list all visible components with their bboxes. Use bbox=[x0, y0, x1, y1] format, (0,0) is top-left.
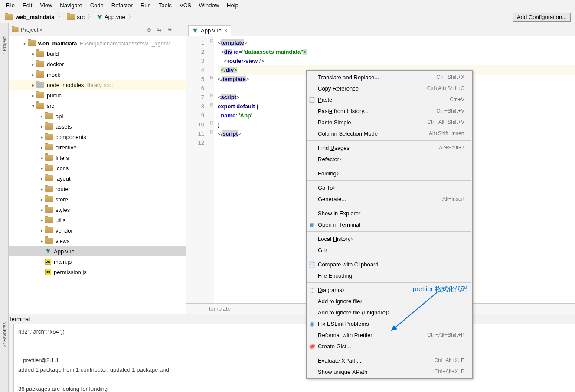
ctx-show-unique-xpath[interactable]: Show unique XPathCtrl+Alt+X, P bbox=[307, 366, 472, 377]
folder-icon bbox=[45, 217, 53, 223]
tree-item-icons[interactable]: ▸icons bbox=[9, 163, 186, 173]
editor-tab-appvue[interactable]: App.vue × bbox=[188, 25, 231, 36]
folder-icon bbox=[45, 186, 53, 192]
favorites-tool-tab[interactable]: 2: Favorites bbox=[2, 322, 7, 347]
crumb-label: web_maindata bbox=[16, 14, 55, 20]
disclosure-icon[interactable]: ▸ bbox=[38, 166, 45, 171]
terminal-header[interactable]: Terminal bbox=[0, 314, 575, 324]
disclosure-icon[interactable]: ▾ bbox=[29, 104, 36, 108]
tree-item-views[interactable]: ▸views bbox=[9, 236, 186, 246]
menu-help[interactable]: Help bbox=[223, 1, 242, 10]
tree-item-web-maindata[interactable]: ▾web_maindataF:\shujuzichan\dataassetsV1… bbox=[9, 38, 186, 49]
ctx-show-in-explorer[interactable]: Show in Explorer bbox=[307, 207, 472, 219]
terminal-output[interactable]: n32","arch":"x64"})+ prettier@2.1.1added… bbox=[14, 324, 575, 392]
disclosure-icon[interactable]: ▸ bbox=[38, 124, 45, 129]
ctx-go-to[interactable]: Go To bbox=[307, 182, 472, 193]
menu-item-label: Diagrams bbox=[318, 287, 342, 293]
disclosure-icon[interactable]: ▸ bbox=[29, 83, 36, 87]
tree-item-docker[interactable]: ▸docker bbox=[9, 59, 186, 69]
menu-item-label: Add to ignore file (unignore) bbox=[318, 309, 387, 316]
ctx-paste-from-history---[interactable]: Paste from History...Ctrl+Shift+V bbox=[307, 105, 472, 117]
disclosure-icon[interactable]: ▸ bbox=[38, 207, 45, 212]
disclosure-icon[interactable]: ▸ bbox=[29, 52, 36, 56]
ctx-paste[interactable]: 📋PasteCtrl+V bbox=[307, 94, 472, 105]
tree-item-app-vue[interactable]: App.vue bbox=[9, 246, 186, 256]
tree-item-build[interactable]: ▸build bbox=[9, 49, 186, 59]
tree-item-layout[interactable]: ▸layout bbox=[9, 173, 186, 184]
ctx-translate-and-replace---[interactable]: Translate and Replace...Ctrl+Shift+X bbox=[307, 71, 472, 83]
fold-gutter[interactable]: ⊟⊟⊟⊟⊟⊟ bbox=[209, 36, 214, 303]
menu-separator bbox=[307, 231, 471, 232]
tree-item-components[interactable]: ▸components bbox=[9, 132, 186, 142]
hide-icon[interactable]: — bbox=[176, 26, 183, 33]
tree-item-main-js[interactable]: JSmain.js bbox=[9, 256, 186, 267]
project-tool-tab[interactable]: 1: Project bbox=[2, 36, 7, 56]
menu-refactor[interactable]: Refactor bbox=[108, 1, 137, 10]
disclosure-icon[interactable]: ▸ bbox=[38, 176, 45, 181]
tree-item-vendor[interactable]: ▸vendor bbox=[9, 225, 186, 236]
ctx-find-usages[interactable]: Find UsagesAlt+Shift+7 bbox=[307, 142, 472, 153]
disclosure-icon[interactable]: ▸ bbox=[29, 62, 36, 67]
tree-item-filters[interactable]: ▸filters bbox=[9, 152, 186, 163]
crumb-src[interactable]: src bbox=[65, 14, 86, 20]
ctx-open-in-terminal[interactable]: ▣Open in Terminal bbox=[307, 219, 472, 230]
menu-edit[interactable]: Edit bbox=[19, 1, 36, 10]
disclosure-icon[interactable]: ▸ bbox=[29, 93, 36, 98]
tree-item-styles[interactable]: ▸styles bbox=[9, 204, 186, 215]
ctx-generate---[interactable]: Generate...Alt+Insert bbox=[307, 193, 472, 204]
crumb-project[interactable]: web_maindata bbox=[3, 14, 56, 20]
disclosure-icon[interactable]: ▾ bbox=[21, 41, 28, 46]
ctx-paste-simple[interactable]: Paste SimpleCtrl+Alt+Shift+V bbox=[307, 117, 472, 128]
tree-item-store[interactable]: ▸store bbox=[9, 194, 186, 204]
menu-code[interactable]: Code bbox=[86, 1, 108, 10]
disclosure-icon[interactable]: ▸ bbox=[38, 156, 45, 160]
disclosure-icon[interactable]: ▸ bbox=[29, 72, 36, 77]
ctx-compare-with-clipboard[interactable]: 📑Compare with Clipboard bbox=[307, 259, 472, 270]
tree-item-permission-js[interactable]: JSpermission.js bbox=[9, 267, 186, 277]
tree-item-utils[interactable]: ▸utils bbox=[9, 215, 186, 225]
tree-item-directive[interactable]: ▸directive bbox=[9, 142, 186, 152]
ctx-refactor[interactable]: Refactor bbox=[307, 153, 472, 165]
disclosure-icon[interactable]: ▸ bbox=[38, 135, 45, 139]
tree-item-mock[interactable]: ▸mock bbox=[9, 69, 186, 80]
menu-tools[interactable]: Tools bbox=[155, 1, 176, 10]
menu-file[interactable]: File bbox=[2, 1, 19, 10]
menu-window[interactable]: Window bbox=[195, 1, 223, 10]
tree-item-assets[interactable]: ▸assets bbox=[9, 121, 186, 132]
ctx-file-encoding[interactable]: File Encoding bbox=[307, 270, 472, 281]
disclosure-icon[interactable]: ▸ bbox=[38, 114, 45, 119]
disclosure-icon[interactable]: ▸ bbox=[38, 228, 45, 233]
tree-item-node-modules[interactable]: ▸node_moduleslibrary root bbox=[9, 80, 186, 90]
ctx-create-gist---[interactable]: 🐙Create Gist... bbox=[307, 340, 472, 352]
settings-icon[interactable]: ✷ bbox=[166, 26, 173, 33]
locate-icon[interactable]: ⊕ bbox=[145, 26, 152, 33]
ctx-column-selection-mode[interactable]: Column Selection ModeAlt+Shift+Insert bbox=[307, 128, 472, 139]
project-view-selector[interactable]: Project bbox=[21, 26, 42, 33]
folder-icon bbox=[45, 144, 53, 150]
ctx-evaluate-xpath---[interactable]: Evaluate XPath...Ctrl+Alt+X, E bbox=[307, 355, 472, 366]
menu-navigate[interactable]: Navigate bbox=[56, 1, 86, 10]
tree-item-router[interactable]: ▸router bbox=[9, 184, 186, 194]
project-tree[interactable]: ▾web_maindataF:\shujuzichan\dataassetsV1… bbox=[9, 36, 186, 314]
menu-item-label: File Encoding bbox=[318, 272, 352, 279]
tree-item-src[interactable]: ▾src bbox=[9, 100, 186, 111]
expand-icon[interactable]: ⇆ bbox=[156, 26, 163, 33]
svg-line-0 bbox=[392, 292, 437, 330]
ctx-git[interactable]: Git bbox=[307, 244, 472, 256]
close-tab-icon[interactable]: × bbox=[224, 27, 228, 34]
ctx-copy-reference[interactable]: Copy ReferenceCtrl+Alt+Shift+C bbox=[307, 83, 472, 94]
disclosure-icon[interactable]: ▸ bbox=[38, 239, 45, 243]
ctx-local-history[interactable]: Local History bbox=[307, 233, 472, 244]
ctx-folding[interactable]: Folding bbox=[307, 168, 472, 179]
tree-item-api[interactable]: ▸api bbox=[9, 111, 186, 121]
menu-run[interactable]: Run bbox=[137, 1, 155, 10]
menu-view[interactable]: View bbox=[36, 1, 56, 10]
disclosure-icon[interactable]: ▸ bbox=[38, 187, 45, 191]
menu-vcs[interactable]: VCS bbox=[176, 1, 195, 10]
tree-item-public[interactable]: ▸public bbox=[9, 90, 186, 100]
add-configuration-button[interactable]: Add Configuration... bbox=[513, 13, 571, 22]
disclosure-icon[interactable]: ▸ bbox=[38, 218, 45, 223]
crumb-file[interactable]: App.vue bbox=[95, 14, 127, 20]
disclosure-icon[interactable]: ▸ bbox=[38, 145, 45, 150]
disclosure-icon[interactable]: ▸ bbox=[38, 197, 45, 202]
